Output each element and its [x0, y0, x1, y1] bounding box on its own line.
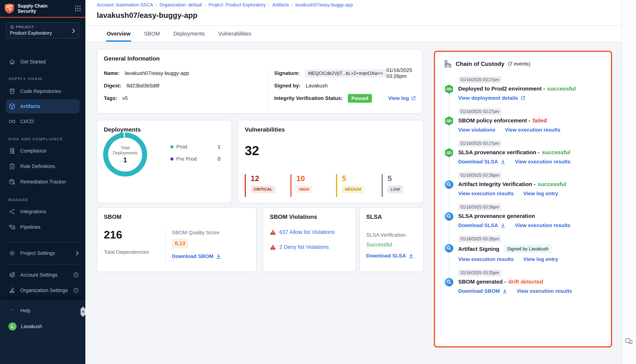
main: Account: Automation-SSCA › Organization:…: [86, 0, 636, 364]
download-sbom-link[interactable]: Download SBOM: [458, 288, 507, 294]
chain-event-2: 01/16/2025 03:27pm SBOM policy enforceme…: [444, 108, 604, 133]
view-deployment-details-link[interactable]: View deployment details: [458, 95, 526, 101]
deploy-stage-icon: [444, 84, 454, 94]
sidebar-item-account-settings[interactable]: Account Settings: [0, 269, 86, 281]
download-slsa-link[interactable]: Download SLSA: [366, 253, 406, 259]
chain-events: 01/16/2025 03:27pm Deployed to Prod2 env…: [444, 76, 604, 294]
sidebar-item-cicd[interactable]: CI/CD: [0, 115, 86, 128]
section-supply-chain: SUPPLY CHAIN: [8, 76, 86, 81]
sidebar-item-remediation-tracker[interactable]: Remediation Tracker: [0, 176, 86, 188]
signature-value[interactable]: MEQCICde2VjIT...bL+2+mqnOXw==: [305, 69, 386, 78]
sidebar-header: Supply Chain Security: [0, 0, 86, 18]
download-icon: [500, 159, 505, 164]
sidebar-item-code-repositories[interactable]: Code Repositories: [0, 85, 86, 98]
sidebar-item-help[interactable]: ? Help: [0, 304, 86, 317]
prod-dot-icon: [170, 146, 173, 148]
severity-low: 5 LOW: [382, 174, 427, 197]
breadcrumb-artifacts[interactable]: Artifacts: [272, 2, 289, 8]
sidebar-item-organization-settings[interactable]: Organization Settings: [0, 284, 86, 297]
help-chat-icon: ?: [8, 307, 16, 314]
sidebar-item-artifacts[interactable]: Artifacts: [6, 99, 80, 113]
pre-prod-dot-icon: [170, 158, 173, 160]
chain-event-7: 01/16/2025 03:25pm SBOM generated -drift…: [444, 269, 604, 294]
event-timestamp: 01/16/2025 03:25pm: [458, 269, 502, 276]
project-selector[interactable]: PROJECT Product Exploratory: [6, 22, 79, 39]
download-icon: [408, 253, 414, 258]
allow-list-violations-link[interactable]: 637 Allow list Violations: [279, 229, 335, 235]
info-icon: [73, 288, 79, 293]
tab-vulnerabilities[interactable]: Vulnerabilities: [218, 26, 251, 42]
view-execution-results-link[interactable]: View execution results: [458, 191, 514, 196]
sidebar-item-project-settings[interactable]: Project Settings: [0, 247, 86, 260]
vulnerabilities-card: Vulnerabilities 32 12 CRITICAL 10 HIGH 5…: [238, 120, 424, 203]
sidebar-item-pipelines[interactable]: Pipelines: [0, 221, 86, 233]
view-execution-results-link[interactable]: View execution results: [515, 222, 570, 228]
divider: [268, 69, 268, 108]
avatar: L: [8, 322, 16, 330]
page-title: lavakush07/easy-buggy-app: [97, 11, 198, 20]
slsa-verification-label: SLSA Verification: [366, 232, 418, 238]
external-link-icon: [520, 96, 526, 100]
sidebar-footer: ? Help L Lavakush: [0, 300, 86, 364]
view-log-link[interactable]: View log: [388, 95, 409, 101]
tags-label: Tags:: [104, 95, 117, 101]
sidebar-item-rule-definitions[interactable]: Rule Definitions: [0, 160, 86, 172]
tab-deployments[interactable]: Deployments: [173, 26, 204, 42]
tab-sbom[interactable]: SBOM: [144, 26, 160, 42]
slsa-generation-stage-icon: [444, 212, 454, 221]
legend-pre-prod: Pre Prod 0: [170, 156, 220, 162]
tab-bar: Overview SBOM Deployments Vulnerabilitie…: [86, 26, 622, 42]
breadcrumb-artifact-name[interactable]: lavakush07/easy-buggy-app: [295, 2, 353, 8]
download-slsa-link[interactable]: Download SLSA: [458, 159, 505, 165]
remediation-box-icon: [8, 178, 16, 186]
download-sbom-link[interactable]: Download SBOM: [172, 254, 214, 259]
artifact-name: lavakush07/easy-buggy-app: [125, 70, 189, 76]
organization-settings-icon: [8, 287, 16, 294]
view-log-entry-link[interactable]: View log entry: [523, 191, 558, 196]
view-violations-link[interactable]: View violations: [458, 127, 496, 133]
sidebar-item-get-started[interactable]: Get Started: [0, 56, 86, 68]
deny-list-violations-link[interactable]: 2 Deny list Violations: [279, 244, 329, 250]
sidebar-item-compliance[interactable]: Compliance: [0, 145, 86, 157]
info-icon: [73, 272, 79, 278]
severity-row: 12 CRITICAL 10 HIGH 5 MEDIUM 5 LOW: [245, 174, 427, 197]
view-execution-results-link[interactable]: View execution results: [517, 288, 572, 294]
view-execution-results-link[interactable]: View execution results: [458, 256, 514, 262]
chain-event-3: 01/16/2025 03:27pm SLSA provenance verif…: [444, 140, 604, 165]
sidebar-item-integrations[interactable]: Integrations: [0, 205, 86, 218]
sidebar-collapse-handle[interactable]: [80, 306, 86, 317]
view-execution-results-link[interactable]: View execution results: [505, 127, 560, 133]
svg-text:?: ?: [11, 308, 12, 311]
signing-stage-icon: [444, 244, 454, 253]
event-timestamp: 01/16/2025 03:27pm: [458, 140, 502, 147]
name-label: Name:: [104, 70, 120, 76]
tab-overview[interactable]: Overview: [107, 26, 130, 42]
divider: [6, 242, 80, 242]
chat-help-icon[interactable]: [624, 337, 633, 345]
breadcrumb-project[interactable]: Project: Product Exploratory: [208, 2, 266, 8]
view-log-entry-link[interactable]: View log entry: [523, 256, 558, 262]
artifact-tags: v5: [122, 95, 128, 101]
deployments-card: Deployments Total Deployments 1 Prod 1: [97, 120, 232, 203]
slsa-verification-status: Successful: [366, 242, 418, 248]
chain-event-6: 01/16/2025 03:26pm Artifact SigningSigne…: [444, 235, 604, 262]
download-slsa-link[interactable]: Download SLSA: [458, 222, 505, 228]
breadcrumb-organization[interactable]: Organization: default: [160, 2, 202, 8]
card-title: Deployments: [104, 126, 226, 133]
divider: [165, 228, 166, 265]
deployments-legend: Prod 1 Pre Prod 0: [170, 144, 220, 168]
download-icon: [216, 254, 221, 259]
section-risk-compliance: RISK AND COMPLIANCE: [8, 137, 86, 141]
chain-of-custody-count: (7 events): [508, 61, 530, 67]
artifacts-cube-icon: [8, 103, 16, 110]
code-repo-icon: [8, 88, 16, 95]
app-switcher-icon[interactable]: [75, 5, 81, 12]
breadcrumb-account[interactable]: Account: Automation-SSCA: [97, 2, 153, 8]
page-header: Account: Automation-SSCA › Organization:…: [86, 0, 622, 26]
project-cube-icon: [10, 25, 14, 29]
chain-event-5: 01/16/2025 03:26pm SLSA provenance gener…: [444, 203, 604, 228]
donut-center-label: Total Deployments: [112, 145, 138, 156]
view-execution-results-link[interactable]: View execution results: [515, 159, 570, 165]
sidebar-user[interactable]: L Lavakush: [0, 320, 86, 333]
app: Supply Chain Security PROJECT Product Ex…: [0, 0, 636, 364]
